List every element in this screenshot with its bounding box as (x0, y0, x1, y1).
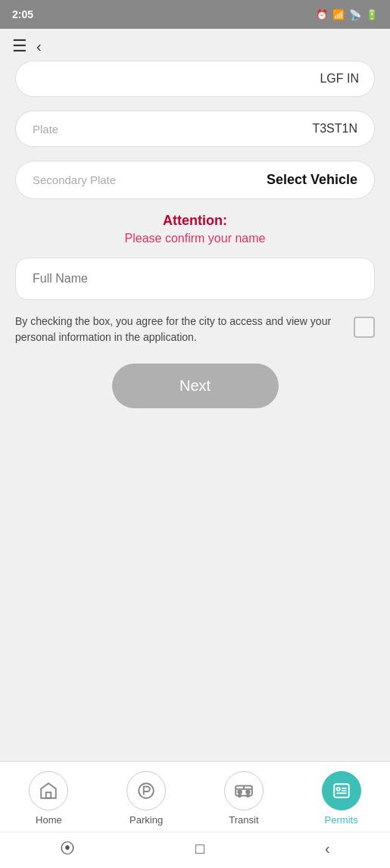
plate-label: Plate (33, 123, 58, 136)
back-button[interactable]: ‹ (36, 38, 42, 55)
nav-item-permits[interactable]: Permits (315, 771, 368, 826)
agreement-text: By checking the box, you agree for the c… (15, 314, 343, 345)
sys-recent-button[interactable]: ⦿ (60, 840, 75, 857)
svg-rect-8 (238, 791, 241, 793)
next-button[interactable]: Next (112, 364, 279, 408)
signal-icon: 📡 (349, 9, 361, 20)
permits-icon (332, 781, 351, 801)
transit-icon-circle (224, 771, 264, 810)
svg-rect-0 (46, 792, 51, 798)
home-icon-circle (29, 771, 68, 810)
nav-label-parking: Parking (129, 814, 163, 826)
header: ☰ ‹ (0, 29, 390, 61)
battery-icon: 🔋 (366, 9, 378, 20)
agreement-checkbox[interactable] (354, 317, 375, 338)
permits-icon-circle (322, 771, 361, 810)
alarm-icon: ⏰ (316, 9, 328, 20)
secondary-plate-field[interactable]: Secondary Plate Select Vehicle (15, 161, 375, 199)
fullname-input[interactable] (15, 258, 375, 300)
svg-point-1 (139, 783, 154, 798)
partial-top-field: LGF IN (15, 61, 375, 97)
parking-icon (136, 781, 156, 801)
svg-rect-9 (246, 791, 249, 793)
next-button-container: Next (15, 364, 375, 408)
attention-section: Attention: Please confirm your name (15, 213, 375, 245)
attention-title: Attention: (15, 213, 375, 229)
nav-label-transit: Transit (229, 814, 258, 826)
nav-label-permits: Permits (325, 814, 358, 826)
nav-item-parking[interactable]: Parking (120, 771, 173, 826)
nav-item-home[interactable]: Home (22, 771, 75, 826)
select-vehicle-value: Select Vehicle (267, 172, 357, 188)
svg-point-4 (239, 795, 241, 797)
status-time: 2:05 (12, 8, 33, 20)
wifi-icon: 📶 (332, 9, 345, 20)
svg-point-5 (247, 795, 249, 797)
bottom-nav: Home Parking Transit (0, 761, 390, 832)
nav-item-transit[interactable]: Transit (217, 771, 270, 826)
nav-label-home: Home (36, 814, 62, 826)
agreement-row: By checking the box, you agree for the c… (15, 314, 375, 345)
home-icon (39, 781, 58, 801)
status-bar: 2:05 ⏰ 📶 📡 🔋 (0, 0, 390, 29)
parking-icon-circle (126, 771, 166, 810)
secondary-plate-label: Secondary Plate (33, 173, 116, 186)
sys-back-button[interactable]: ‹ (325, 840, 330, 857)
svg-point-11 (336, 788, 339, 791)
sys-home-button[interactable]: □ (195, 840, 204, 857)
transit-icon (234, 781, 254, 801)
plate-value: T3ST1N (312, 122, 357, 136)
status-icons: ⏰ 📶 📡 🔋 (316, 9, 378, 20)
menu-icon[interactable]: ☰ (12, 36, 27, 56)
attention-message: Please confirm your name (15, 232, 375, 245)
main-content: LGF IN Plate T3ST1N Secondary Plate Sele… (0, 61, 390, 761)
partial-field-value: LGF IN (320, 72, 359, 85)
sys-nav: ⦿ □ ‹ (0, 832, 390, 868)
plate-field[interactable]: Plate T3ST1N (15, 111, 375, 147)
